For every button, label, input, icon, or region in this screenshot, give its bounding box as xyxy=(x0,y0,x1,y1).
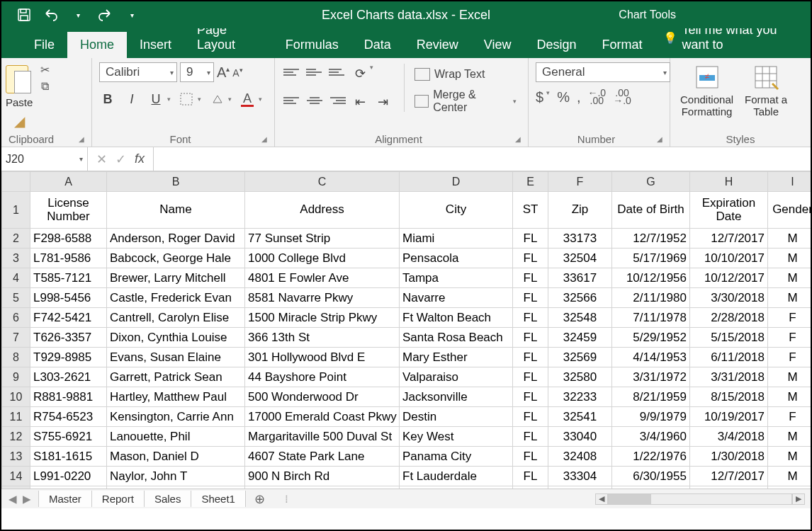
scrollbar-track[interactable] xyxy=(608,493,792,505)
cell[interactable]: T626-3357 xyxy=(30,328,107,348)
column-header[interactable]: G xyxy=(612,172,690,192)
column-header[interactable]: H xyxy=(690,172,768,192)
copy-icon[interactable]: ⧉ xyxy=(37,79,52,93)
cell[interactable]: L991-0220 xyxy=(30,467,107,486)
cell[interactable]: Expiration Date xyxy=(690,192,768,229)
orientation-dropdown-icon[interactable]: ▾ xyxy=(370,64,373,84)
row-header[interactable]: 9 xyxy=(2,367,30,387)
cell[interactable]: 5/15/2018 xyxy=(690,328,768,348)
column-header[interactable]: F xyxy=(548,172,612,192)
cell[interactable]: 3/31/2018 xyxy=(690,486,768,489)
insert-function-icon[interactable]: fx xyxy=(135,152,145,166)
cell[interactable]: S181-1615 xyxy=(30,447,107,467)
cell[interactable]: 9/9/1979 xyxy=(612,407,690,427)
cell[interactable]: R132-1895 xyxy=(30,486,107,489)
cell[interactable]: 4607 State Park Lane xyxy=(245,447,400,467)
cell[interactable]: 32569 xyxy=(548,348,612,367)
align-top-icon[interactable] xyxy=(283,64,300,81)
comma-format-icon[interactable]: , xyxy=(577,89,581,105)
cell[interactable]: 33173 xyxy=(548,229,612,249)
cell[interactable]: 6000 Universal Blvd xyxy=(245,486,400,489)
font-name-combo[interactable]: Calibri▾ xyxy=(99,62,177,82)
cell[interactable]: M xyxy=(768,467,811,486)
italic-button[interactable]: I xyxy=(123,89,140,109)
cell[interactable]: Address xyxy=(245,192,400,229)
cell[interactable]: 33304 xyxy=(548,467,612,486)
underline-dropdown-icon[interactable]: ▾ xyxy=(167,96,171,103)
cell[interactable]: 1500 Miracle Strip Pkwy xyxy=(245,308,400,328)
cell[interactable]: M xyxy=(768,486,811,489)
decrease-font-icon[interactable]: A▾ xyxy=(232,67,242,79)
paste-button[interactable]: Paste ◢ xyxy=(6,61,33,131)
fill-dropdown-icon[interactable]: ▾ xyxy=(228,96,232,103)
font-size-combo[interactable]: 9▾ xyxy=(180,62,214,82)
cell[interactable]: Navarre xyxy=(400,288,513,308)
dialog-launcher-icon[interactable]: ◢ xyxy=(261,135,267,143)
undo-dropdown-icon[interactable]: ▾ xyxy=(69,6,86,23)
cell[interactable]: 10/12/1956 xyxy=(612,268,690,288)
cell[interactable]: 3/4/2018 xyxy=(690,427,768,447)
cell[interactable]: 3/31/1972 xyxy=(612,367,690,387)
name-box[interactable]: J20▾ xyxy=(1,147,88,171)
cell[interactable]: 3/4/1960 xyxy=(612,427,690,447)
bold-button[interactable]: B xyxy=(99,89,116,109)
cancel-formula-icon[interactable]: ✕ xyxy=(96,152,107,167)
tab-view[interactable]: View xyxy=(471,32,524,58)
cell[interactable]: Miami xyxy=(400,229,513,249)
cell[interactable]: 32504 xyxy=(548,249,612,268)
cell[interactable]: 2/3/1951 xyxy=(612,486,690,489)
format-as-table-button[interactable]: Format a Table xyxy=(740,62,791,118)
column-header[interactable]: I xyxy=(768,172,811,192)
row-header[interactable]: 13 xyxy=(2,447,30,467)
cell[interactable]: 1/22/1976 xyxy=(612,447,690,467)
sheet-tab-report[interactable]: Report xyxy=(92,491,145,507)
cell[interactable]: Kensington, Carrie Ann xyxy=(107,407,245,427)
cell[interactable]: M xyxy=(768,387,811,407)
tab-file[interactable]: File xyxy=(21,32,67,58)
cell[interactable]: F xyxy=(768,348,811,367)
new-sheet-icon[interactable]: ⊕ xyxy=(246,491,274,507)
cell[interactable]: R881-9881 xyxy=(30,387,107,407)
dialog-launcher-icon[interactable]: ◢ xyxy=(79,135,84,143)
cell[interactable]: FL xyxy=(513,486,548,489)
cell[interactable]: Ft Lauderdale xyxy=(400,467,513,486)
align-left-icon[interactable] xyxy=(283,92,300,109)
scroll-right-icon[interactable]: ▶ xyxy=(792,493,805,505)
row-header[interactable]: 6 xyxy=(2,308,30,328)
cell[interactable]: L781-9586 xyxy=(30,249,107,268)
fill-color-button[interactable] xyxy=(208,89,225,109)
cell[interactable]: FL xyxy=(513,387,548,407)
column-header[interactable]: A xyxy=(30,172,107,192)
cell[interactable]: 12/7/2017 xyxy=(690,467,768,486)
cell[interactable]: 32408 xyxy=(548,447,612,467)
wrap-text-button[interactable]: Wrap Text xyxy=(412,64,519,85)
merge-center-button[interactable]: Merge & Center▾ xyxy=(412,91,519,112)
tab-insert[interactable]: Insert xyxy=(127,32,184,58)
row-header[interactable]: 4 xyxy=(2,268,30,288)
cell[interactable]: 1000 College Blvd xyxy=(245,249,400,268)
row-header[interactable]: 2 xyxy=(2,229,30,249)
cell[interactable]: FL xyxy=(513,427,548,447)
font-color-button[interactable]: A xyxy=(239,89,256,109)
cell[interactable]: F xyxy=(768,407,811,427)
cell[interactable]: T585-7121 xyxy=(30,268,107,288)
scrollbar-thumb[interactable] xyxy=(609,494,651,504)
cell[interactable]: 10/10/2017 xyxy=(690,249,768,268)
cell[interactable]: Garrett, Patrick Sean xyxy=(107,367,245,387)
cell[interactable]: Mary Esther xyxy=(400,348,513,367)
cell[interactable]: F xyxy=(768,328,811,348)
sheet-tab-master[interactable]: Master xyxy=(38,491,92,507)
column-header[interactable]: B xyxy=(107,172,245,192)
cell[interactable]: 17000 Emerald Coast Pkwy xyxy=(245,407,400,427)
cell[interactable]: 3/31/2018 xyxy=(690,367,768,387)
cell[interactable]: FL xyxy=(513,467,548,486)
cell[interactable]: L998-5456 xyxy=(30,288,107,308)
cell[interactable]: Naylor, John T xyxy=(107,467,245,486)
cell[interactable]: Cantrell, Carolyn Elise xyxy=(107,308,245,328)
merge-dropdown-icon[interactable]: ▾ xyxy=(513,98,517,105)
cell[interactable]: Destin xyxy=(400,407,513,427)
row-header[interactable]: 12 xyxy=(2,427,30,447)
select-all-cell[interactable] xyxy=(2,172,30,192)
row-header[interactable]: 10 xyxy=(2,387,30,407)
cell[interactable]: R754-6523 xyxy=(30,407,107,427)
